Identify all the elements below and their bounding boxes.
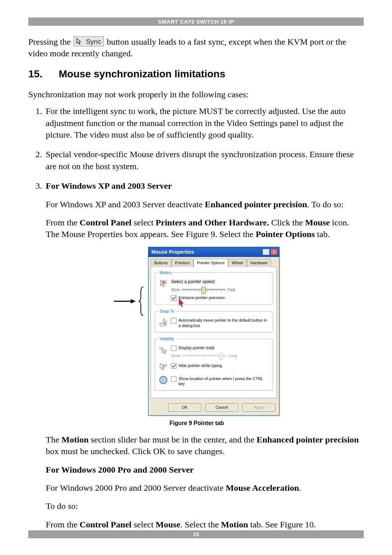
help-icon[interactable]: ? <box>262 249 270 255</box>
section-title: Mouse synchronization limitations <box>59 68 225 79</box>
ctrl-locate-row[interactable]: Show location of pointer when I press th… <box>171 376 269 387</box>
brace-icon <box>139 287 145 316</box>
after-fig-p2: For Windows 2000 Pro and 2000 Server dea… <box>46 482 364 494</box>
snap-to-row[interactable]: Automatically move pointer to the defaul… <box>171 318 269 328</box>
list-item: For the intelligent sync to work, the pi… <box>44 105 364 140</box>
motion-group: Motion Select a pointer speed: Slow <box>155 270 273 305</box>
cancel-button[interactable]: Cancel <box>205 403 238 412</box>
txt: select <box>131 520 156 529</box>
section-number: 15. <box>28 68 56 80</box>
after-fig-heading: For Windows 2000 Pro and 2000 Server <box>46 464 364 476</box>
ok-button[interactable]: OK <box>168 403 201 412</box>
txt: tab. See Figure 10. <box>248 520 316 529</box>
footer-bar: 15 <box>28 530 364 538</box>
intro-before: Pressing the <box>28 37 73 46</box>
motion-legend: Motion <box>159 270 173 276</box>
txt: Click the <box>269 218 305 227</box>
btn-label: Apply <box>254 405 264 409</box>
dialog-titlebar: Mouse Properties ? × <box>148 247 279 257</box>
trails-icon <box>159 345 168 355</box>
callout-arrow <box>114 287 145 316</box>
txt: For Windows 2000 Pro and 2000 Server dea… <box>46 483 226 493</box>
txt: Pointer Options <box>256 229 315 239</box>
item-2-text: Special vendor-specific Mouse drivers di… <box>46 150 354 171</box>
svg-marker-14 <box>160 363 165 370</box>
txt: tab. <box>315 229 330 239</box>
btn-label: Cancel <box>216 405 228 409</box>
txt: Control Panel <box>79 520 131 529</box>
slider-thumb[interactable] <box>201 287 206 294</box>
header-bar: SMART CAT5 SWITCH 16 IP <box>28 17 364 26</box>
txt: Mouse <box>305 218 330 227</box>
tab-label: Hardware <box>250 261 268 265</box>
after-fig-p1: The Motion section slider bar must be in… <box>46 434 364 457</box>
ctrl-locate-icon <box>159 375 168 385</box>
item-3-title: For Windows XP and 2003 Server <box>46 181 172 191</box>
fast-label: Fast <box>228 287 235 293</box>
txt: . <box>299 483 301 493</box>
tab-hardware[interactable]: Hardware <box>247 259 271 267</box>
dialog-tabs: Buttons Pointers Pointer Options Wheel H… <box>148 257 279 267</box>
trails-track <box>183 355 226 356</box>
intro-paragraph: Pressing the Sync button usually leads t… <box>28 36 364 60</box>
hide-while-typing-row[interactable]: Hide pointer while typing <box>171 363 269 369</box>
section-heading: 15. Mouse synchronization limitations <box>28 68 364 80</box>
snap-to-legend: Snap To <box>159 309 175 314</box>
sync-cursor-icon <box>75 37 83 45</box>
close-icon[interactable]: × <box>270 249 278 255</box>
snap-to-group: Snap To Automatically move pointer to th… <box>155 309 273 332</box>
txt: Mouse <box>156 520 180 529</box>
hide-while-typing-checkbox[interactable] <box>171 363 176 369</box>
sync-button-label: Sync <box>86 38 101 45</box>
txt: Enhanced pointer precision <box>257 435 359 444</box>
figure-9: Mouse Properties ? × Buttons Pointers Po… <box>30 247 364 416</box>
lead-paragraph: Synchronization may not work properly in… <box>28 89 364 100</box>
figure-caption: Figure 9 Pointer tab <box>30 419 364 427</box>
enhance-precision-row[interactable]: Enhance pointer precision <box>171 295 269 301</box>
tab-pointer-options[interactable]: Pointer Options <box>193 259 228 267</box>
short-label: Short <box>171 353 180 359</box>
tab-label: Wheel <box>232 261 243 265</box>
sync-button-graphic: Sync <box>74 36 104 46</box>
item-3-p2: From the Control Panel select Printers a… <box>46 217 364 240</box>
trails-checkbox[interactable] <box>171 346 176 351</box>
pointer-speed-slider[interactable]: Slow Fast <box>171 287 269 293</box>
after-fig-p3: To do so: <box>46 500 364 512</box>
txt: Enhanced pointer precision <box>205 200 307 209</box>
txt: From the <box>46 218 79 227</box>
visibility-legend: Visibility <box>159 336 175 342</box>
slow-label: Slow <box>171 287 180 293</box>
tab-pointers[interactable]: Pointers <box>171 259 193 267</box>
txt: select <box>131 218 156 227</box>
trails-row[interactable]: Display pointer trails <box>171 345 269 351</box>
arrow-icon <box>114 298 136 304</box>
txt: box must be unchecked. Click OK to save … <box>46 446 225 456</box>
txt: Motion <box>61 435 89 444</box>
ctrl-locate-checkbox[interactable] <box>171 376 176 382</box>
hide-while-typing-icon <box>159 362 168 372</box>
txt: Mouse Acceleration <box>226 483 299 493</box>
svg-point-19 <box>163 379 164 381</box>
snap-to-checkbox[interactable] <box>171 318 176 323</box>
enhance-precision-checkbox[interactable] <box>171 295 176 301</box>
visibility-group: Visibility Display pointer trails <box>155 336 273 391</box>
apply-button[interactable]: Apply <box>242 403 275 412</box>
header-title: SMART CAT5 SWITCH 16 IP <box>158 19 234 25</box>
slider-track[interactable] <box>182 289 225 290</box>
trails-label: Display pointer trails <box>179 345 215 351</box>
txt: Control Panel <box>79 218 131 227</box>
snap-to-icon <box>159 318 168 327</box>
txt: For Windows 2000 Pro and 2000 Server <box>46 465 194 474</box>
svg-marker-13 <box>162 348 167 354</box>
hide-while-typing-label: Hide pointer while typing <box>179 363 222 368</box>
dialog-title: Mouse Properties <box>151 249 194 256</box>
svg-marker-3 <box>131 299 136 303</box>
txt: From the <box>46 520 79 529</box>
item-3-p1: For Windows XP and 2003 Server deactivat… <box>46 199 364 210</box>
after-fig-p4: From the Control Panel select Mouse. Sel… <box>46 519 364 530</box>
long-label: Long <box>228 353 237 359</box>
txt: The <box>46 435 61 444</box>
tab-buttons[interactable]: Buttons <box>151 259 171 267</box>
tab-wheel[interactable]: Wheel <box>228 259 247 267</box>
txt: . To do so: <box>307 200 344 209</box>
